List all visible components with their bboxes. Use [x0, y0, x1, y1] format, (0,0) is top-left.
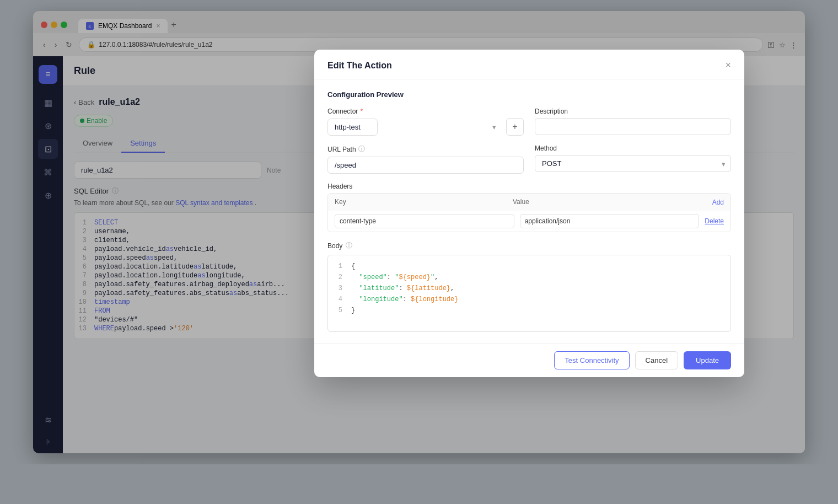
edit-action-modal: Edit The Action × Configuration Preview … — [314, 50, 744, 377]
method-select[interactable]: POST GET PUT DELETE PATCH — [535, 155, 731, 172]
method-label: Method — [535, 144, 731, 152]
modal-footer: Test Connectivity Cancel Update — [314, 343, 744, 377]
header-key-input-1[interactable] — [335, 214, 514, 228]
test-connectivity-button[interactable]: Test Connectivity — [554, 351, 629, 369]
connector-description-row: Connector * http-test ▾ + Des — [327, 108, 731, 136]
url-method-row: URL Path ⓘ Method POST GET PUT DELETE PA… — [327, 144, 731, 174]
modal-body: Configuration Preview Connector * http-t… — [314, 79, 744, 343]
config-preview-title: Configuration Preview — [327, 90, 731, 99]
body-line-5: } — [351, 305, 727, 316]
headers-section: Headers Key Value Add Delete — [327, 183, 731, 232]
body-editor[interactable]: 1 2 3 4 5 { "speed": "${speed}", "latitu… — [327, 255, 731, 332]
connector-group: Connector * http-test ▾ + — [327, 108, 524, 136]
method-select-wrapper: POST GET PUT DELETE PATCH ▾ — [535, 155, 731, 172]
add-connector-button[interactable]: + — [506, 118, 524, 136]
body-line-1: { — [351, 261, 727, 272]
url-path-label: URL Path ⓘ — [327, 144, 524, 154]
add-header-button[interactable]: Add — [712, 199, 724, 206]
modal-overlay: Edit The Action × Configuration Preview … — [0, 0, 838, 464]
headers-table: Key Value Add Delete — [327, 193, 731, 232]
body-editor-inner: 1 2 3 4 5 { "speed": "${speed}", "latitu… — [328, 255, 730, 321]
url-path-help-icon: ⓘ — [358, 144, 365, 154]
headers-thead: Key Value Add — [328, 194, 730, 211]
headers-label: Headers — [327, 183, 731, 190]
body-line-2: "speed": "${speed}", — [351, 272, 727, 283]
description-input[interactable] — [535, 118, 731, 135]
url-path-input[interactable] — [327, 157, 524, 174]
description-label: Description — [535, 108, 731, 115]
delete-header-button-1[interactable]: Delete — [705, 217, 724, 225]
body-code-content: { "speed": "${speed}", "latitude": ${lat… — [348, 261, 730, 316]
headers-value-col: Value — [513, 198, 691, 206]
connector-label: Connector * — [327, 108, 524, 115]
method-group: Method POST GET PUT DELETE PATCH ▾ — [535, 144, 731, 174]
connector-select-wrapper: http-test ▾ + — [327, 118, 524, 136]
body-line-4: "longitude": ${longitude} — [351, 294, 727, 305]
headers-key-col: Key — [335, 198, 513, 206]
modal-header: Edit The Action × — [314, 50, 744, 79]
body-help-icon: ⓘ — [346, 241, 352, 250]
cancel-button[interactable]: Cancel — [635, 351, 678, 369]
connector-select-container: http-test ▾ — [327, 119, 502, 136]
connector-select[interactable]: http-test — [327, 119, 378, 136]
modal-title: Edit The Action — [327, 61, 392, 71]
body-section: Body ⓘ 1 2 3 4 5 { "sp — [327, 241, 731, 332]
header-value-input-1[interactable] — [520, 214, 700, 228]
connector-required: * — [360, 108, 363, 115]
body-line-3: "latitude": ${latitude}, — [351, 283, 727, 294]
update-button[interactable]: Update — [684, 351, 731, 369]
description-group: Description — [535, 108, 731, 136]
body-label-row: Body ⓘ — [327, 241, 731, 250]
header-row-1: Delete — [328, 211, 730, 232]
body-line-numbers: 1 2 3 4 5 — [328, 261, 348, 316]
url-path-group: URL Path ⓘ — [327, 144, 524, 174]
connector-dropdown-icon: ▾ — [492, 123, 496, 131]
modal-close-button[interactable]: × — [725, 60, 731, 71]
